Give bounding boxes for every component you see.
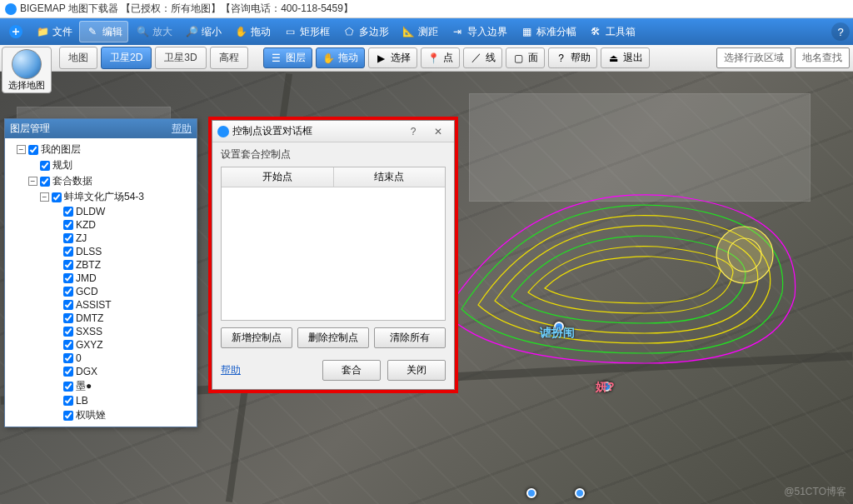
delete-point-button[interactable]: 删除控制点: [297, 327, 369, 348]
file-button[interactable]: 📁文件: [30, 22, 77, 42]
dialog-help-button[interactable]: ?: [402, 126, 424, 137]
layer-panel[interactable]: 图层管理 帮助 −我的图层 规划 −套合数据 −蚌埠文化广场54-3 DLDWK…: [4, 118, 197, 427]
edit-icon: ✎: [85, 24, 100, 39]
tree-leaf[interactable]: ASSIST: [7, 298, 195, 312]
secondary-toolbar: 地图 卫星2D 卫星3D 高程 ☰图层 ✋拖动 ▶选择 📍点 ／线 ▢面 ?帮助…: [0, 45, 853, 72]
tab-elevation[interactable]: 高程: [210, 47, 248, 69]
toolbox-button[interactable]: 🛠工具箱: [583, 22, 641, 42]
map-label-1: 谑扮闱: [540, 326, 575, 341]
tree-root[interactable]: −我的图层: [7, 142, 195, 157]
tree-leaf[interactable]: KZD: [7, 218, 195, 232]
region-select[interactable]: 选择行政区域: [716, 47, 791, 68]
toolbox-icon: 🛠: [588, 24, 603, 39]
svg-point-1: [716, 227, 773, 283]
select-map-button[interactable]: 选择地图: [2, 47, 52, 93]
collapse-icon[interactable]: −: [28, 177, 37, 186]
app-icon: [217, 126, 229, 137]
zoom-in-button[interactable]: 🔍放大: [130, 22, 177, 42]
help2-button[interactable]: ?帮助: [548, 47, 597, 68]
tree-leaf[interactable]: 0: [7, 352, 195, 365]
add-point-button[interactable]: 新增控制点: [221, 327, 292, 348]
layers-icon: ☰: [270, 52, 283, 65]
menu-icon: [8, 24, 23, 39]
col-start[interactable]: 开始点: [222, 167, 334, 187]
dialog-close-x[interactable]: ✕: [427, 126, 449, 137]
window-title: BIGEMAP 地图下载器 【已授权：所有地图】【咨询电话：400-118-54…: [20, 2, 353, 16]
map-point[interactable]: [575, 488, 585, 498]
dialog-titlebar[interactable]: 控制点设置对话框 ? ✕: [212, 121, 454, 142]
zoom-out-icon: 🔎: [184, 24, 199, 39]
zoom-out-button[interactable]: 🔎缩小: [179, 22, 227, 42]
tree-leaf[interactable]: JMD: [7, 272, 195, 285]
tab-sat2d[interactable]: 卫星2D: [101, 47, 152, 69]
tree-leaf[interactable]: DLDW: [7, 205, 195, 218]
layer-button[interactable]: ☰图层: [263, 47, 312, 68]
tree-leaf[interactable]: LB: [7, 394, 195, 407]
exit-button[interactable]: ⏏退出: [601, 47, 650, 68]
question-icon: ?: [837, 26, 843, 38]
layer-tree[interactable]: −我的图层 规划 −套合数据 −蚌埠文化广场54-3 DLDWKZDZJDLSS…: [5, 138, 197, 427]
help-button[interactable]: ?: [831, 22, 850, 41]
collapse-icon[interactable]: −: [40, 192, 49, 202]
dialog-subtitle: 设置套合控制点: [212, 142, 454, 167]
app-menu-button[interactable]: [3, 22, 28, 42]
tree-item[interactable]: −蚌埠文化广场54-3: [7, 189, 195, 205]
point-button[interactable]: 📍点: [421, 47, 460, 68]
measure-button[interactable]: 📐测距: [396, 22, 443, 42]
cursor-icon: ▶: [375, 52, 388, 65]
dialog-help-link[interactable]: 帮助: [221, 363, 241, 377]
standard-sheet-button[interactable]: ▦标准分幅: [514, 22, 581, 42]
grid-icon: ▦: [519, 24, 534, 39]
hand-icon: ✋: [322, 52, 336, 65]
dialog-title: 控制点设置对话框: [232, 124, 312, 138]
tree-leaf[interactable]: 权哄矬: [7, 407, 195, 423]
tree-leaf[interactable]: ZJ: [7, 232, 195, 245]
import-boundary-button[interactable]: ⇥导入边界: [445, 22, 512, 42]
tree-item[interactable]: 规划: [7, 157, 195, 173]
collapse-icon[interactable]: −: [17, 145, 26, 154]
place-search[interactable]: 地名查找: [795, 47, 850, 68]
globe-icon: [12, 49, 42, 79]
fit-button[interactable]: 套合: [322, 360, 381, 381]
face-icon: ▢: [512, 52, 526, 65]
tree-leaf[interactable]: ZBTZ: [7, 258, 195, 272]
tree-leaf[interactable]: GXYZ: [7, 338, 195, 352]
clear-all-button[interactable]: 清除所有: [374, 327, 446, 348]
pan-button[interactable]: ✋拖动: [228, 22, 276, 42]
tree-leaf[interactable]: 墨●: [7, 378, 195, 394]
tree-item[interactable]: −套合数据: [7, 173, 195, 189]
map-point[interactable]: [526, 488, 536, 498]
polygon-icon: ⬠: [342, 24, 357, 39]
pin-icon: 📍: [427, 52, 441, 65]
polygon-button[interactable]: ⬠多边形: [337, 22, 394, 42]
import-icon: ⇥: [450, 24, 465, 39]
ruler-icon: 📐: [401, 24, 416, 39]
close-button[interactable]: 关闭: [387, 360, 446, 381]
zoom-in-icon: 🔍: [135, 24, 150, 39]
control-point-table[interactable]: 开始点 结束点: [221, 167, 446, 321]
tree-leaf[interactable]: GCD: [7, 285, 195, 298]
folder-icon: 📁: [35, 24, 50, 39]
layer-panel-header[interactable]: 图层管理 帮助: [5, 119, 197, 138]
rect-button[interactable]: ▭矩形框: [277, 22, 335, 42]
window-titlebar: BIGEMAP 地图下载器 【已授权：所有地图】【咨询电话：400-118-54…: [0, 0, 853, 18]
hand-icon: ✋: [233, 24, 248, 39]
line-icon: ／: [470, 52, 483, 65]
face-button[interactable]: ▢面: [506, 47, 545, 68]
layer-help-link[interactable]: 帮助: [172, 122, 192, 136]
tab-map[interactable]: 地图: [59, 47, 97, 69]
edit-button[interactable]: ✎编辑: [79, 21, 128, 42]
tab-sat3d[interactable]: 卫星3D: [155, 47, 206, 69]
map-label-2: 妍?: [596, 380, 615, 395]
col-end[interactable]: 结束点: [334, 167, 446, 187]
tree-leaf[interactable]: DMTZ: [7, 312, 195, 325]
line-button[interactable]: ／线: [463, 47, 502, 68]
app-icon: [5, 3, 17, 15]
tree-leaf[interactable]: SXSS: [7, 325, 195, 338]
select-button[interactable]: ▶选择: [368, 47, 417, 68]
control-point-dialog[interactable]: 控制点设置对话框 ? ✕ 设置套合控制点 开始点 结束点 新增控制点 删除控制点…: [212, 120, 455, 390]
drag-button[interactable]: ✋拖动: [316, 47, 365, 68]
tree-leaf[interactable]: DLSS: [7, 245, 195, 258]
control-point-dialog-frame: 控制点设置对话框 ? ✕ 设置套合控制点 开始点 结束点 新增控制点 删除控制点…: [208, 117, 458, 393]
tree-leaf[interactable]: DGX: [7, 365, 195, 378]
